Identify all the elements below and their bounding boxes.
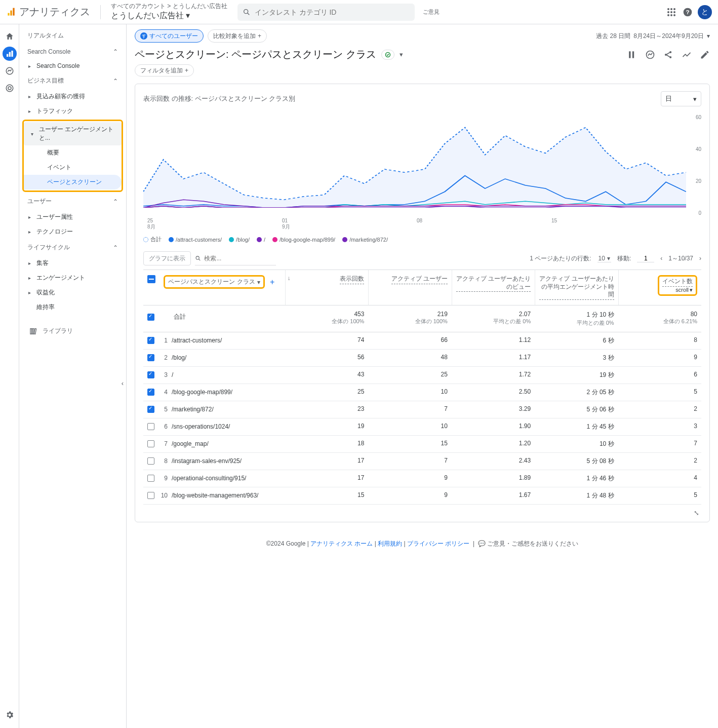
sidebar-item-acquisition[interactable]: ▸集客 <box>21 256 124 271</box>
chevron-down-icon[interactable]: ▾ <box>400 51 403 58</box>
col-event-count[interactable]: イベント数 scroll▾ <box>618 270 701 305</box>
granularity-select[interactable]: 日▾ <box>661 91 701 106</box>
edit-icon[interactable] <box>700 50 710 60</box>
legend-item[interactable]: /blog/ <box>229 236 250 243</box>
legend-item[interactable]: 合計 <box>143 236 162 243</box>
totals-checkbox[interactable] <box>147 314 154 321</box>
sidebar-realtime[interactable]: リアルタイム <box>21 27 124 44</box>
row-checkbox[interactable] <box>147 406 154 413</box>
sidebar-item-user-attr[interactable]: ▸ユーザー属性 <box>21 210 124 224</box>
customize-icon[interactable] <box>627 50 637 60</box>
rail-home-icon[interactable] <box>3 29 17 44</box>
date-range-picker[interactable]: 過去 28 日間 8月24日～2024年9月20日 ▾ <box>596 32 710 41</box>
chip-all-users[interactable]: すすべてのユーザー <box>135 29 204 43</box>
row-checkbox[interactable] <box>147 492 154 499</box>
table-search-input[interactable] <box>204 255 276 262</box>
card-footer: ⤡ <box>143 505 701 522</box>
trend-icon[interactable] <box>682 50 692 60</box>
sidebar-item-monetization[interactable]: ▸収益化 <box>21 285 124 300</box>
table-row[interactable]: 7 /google_map/ 18 15 1.20 10 秒 7 <box>143 436 701 453</box>
sidebar-group-search-console[interactable]: Search Console⌃ <box>21 44 124 59</box>
insights-icon[interactable] <box>645 50 655 60</box>
select-all-checkbox[interactable] <box>147 275 155 283</box>
svg-point-8 <box>667 11 669 13</box>
col-views[interactable]: ↓表示回数 <box>285 270 368 305</box>
svg-rect-22 <box>30 328 32 334</box>
table-row[interactable]: 5 /marketing/872/ 23 7 3.29 5 分 06 秒 2 <box>143 401 701 418</box>
add-dimension-button[interactable]: + <box>268 278 277 287</box>
col-active-users[interactable]: アクティブ ユーザー <box>368 270 451 305</box>
table-row[interactable]: 10 /blog-website-management/963/ 15 9 1.… <box>143 487 701 505</box>
sidebar-sub-pages-screens[interactable]: ページとスクリーン <box>24 175 122 189</box>
sidebar-sub-events[interactable]: イベント <box>24 160 122 175</box>
avatar[interactable]: と <box>698 5 712 19</box>
sidebar-sub-overview[interactable]: 概要 <box>24 145 122 160</box>
footer-link-home[interactable]: アナリティクス ホーム <box>310 540 373 547</box>
feedback-link[interactable]: ご意見 <box>423 8 440 16</box>
sidebar-item-leads[interactable]: ▸見込み顧客の獲得 <box>21 89 124 104</box>
rail-reports-icon[interactable] <box>3 47 17 61</box>
plot-button[interactable]: グラフに表示 <box>143 251 191 265</box>
sidebar-item-traffic[interactable]: ▸トラフィック <box>21 104 124 119</box>
report-card: 表示回数 の推移: ページパスとスクリーン クラス別 日▾ 60 40 20 0… <box>135 84 710 522</box>
row-checkbox[interactable] <box>147 337 154 344</box>
apps-icon[interactable] <box>665 6 677 18</box>
legend-item[interactable]: / <box>257 236 265 243</box>
help-icon[interactable]: ? <box>682 6 694 18</box>
row-checkbox[interactable] <box>147 354 154 361</box>
sidebar-library[interactable]: ライブラリ <box>21 323 124 339</box>
table-row[interactable]: 9 /operational-consulting/915/ 17 9 1.89… <box>143 470 701 487</box>
row-checkbox[interactable] <box>147 371 154 378</box>
table-row[interactable]: 1 /attract-customers/ 74 66 1.12 6 秒 8 <box>143 332 701 350</box>
expand-icon[interactable]: ⤡ <box>694 509 699 517</box>
sidebar-item-engagement[interactable]: ▾ユーザー エンゲージメントと... <box>24 122 122 145</box>
rows-per-page-select[interactable]: 10▾ <box>597 255 611 262</box>
status-pill[interactable] <box>381 50 394 60</box>
table-row[interactable]: 8 /instagram-sales-env/925/ 17 7 2.43 5 … <box>143 453 701 470</box>
rail-advertising-icon[interactable] <box>3 81 17 95</box>
chip-add-comparison[interactable]: 比較対象を追加+ <box>208 29 267 43</box>
sidebar-group-user[interactable]: ユーザー⌃ <box>21 193 124 210</box>
table-row[interactable]: 6 /sns-operations/1024/ 19 10 1.90 1 分 4… <box>143 418 701 436</box>
brand-logo[interactable]: アナリティクス <box>6 5 90 19</box>
dimension-picker[interactable]: ページパスとスクリーン クラス▾ <box>168 278 260 286</box>
page-next-icon[interactable]: › <box>699 255 701 262</box>
account-picker[interactable]: すべてのアカウント > とうしんだい広告社 とうしんだい広告社▾ <box>111 3 227 21</box>
sidebar-item-search-console[interactable]: ▸Search Console <box>21 59 124 72</box>
table-search[interactable] <box>195 251 276 265</box>
search-bar[interactable] <box>237 4 415 21</box>
sidebar-group-lifecycle[interactable]: ライフサイクル⌃ <box>21 239 124 256</box>
legend-item[interactable]: /blog-google-map/899/ <box>272 236 335 243</box>
sidebar-item-tech[interactable]: ▸テクノロジー <box>21 224 124 239</box>
row-checkbox[interactable] <box>147 423 154 430</box>
sidebar-collapse-icon[interactable]: ‹ <box>118 376 127 391</box>
footer-link-privacy[interactable]: プライバシー ポリシー <box>407 540 469 547</box>
page-prev-icon[interactable]: ‹ <box>660 255 662 262</box>
row-checkbox[interactable] <box>147 475 154 482</box>
chart-title: 表示回数 の推移: ページパスとスクリーン クラス別 <box>143 94 295 103</box>
share-icon[interactable] <box>663 50 673 60</box>
add-filter-chip[interactable]: フィルタを追加+ <box>135 64 194 76</box>
row-checkbox[interactable] <box>147 457 154 465</box>
footer-feedback[interactable]: ご意見・ご感想をお送りください <box>487 540 578 547</box>
goto-input[interactable] <box>637 255 654 262</box>
rail-admin-icon[interactable] <box>3 708 17 722</box>
row-checkbox[interactable] <box>147 389 154 396</box>
table-row[interactable]: 2 /blog/ 56 48 1.17 3 秒 9 <box>143 350 701 367</box>
col-avg-engagement[interactable]: アクティブ ユーザーあたりの平均エンゲージメント時間 <box>535 270 618 305</box>
line-chart[interactable] <box>143 111 686 208</box>
table-row[interactable]: 4 /blog-google-map/899/ 25 10 2.50 2 分 0… <box>143 384 701 401</box>
row-checkbox[interactable] <box>147 440 154 447</box>
col-views-per-user[interactable]: アクティブ ユーザーあたりのビュー <box>452 270 535 305</box>
legend-item[interactable]: /marketing/872/ <box>342 236 388 243</box>
table-row[interactable]: 3 / 43 25 1.72 19 秒 6 <box>143 367 701 384</box>
footer-link-terms[interactable]: 利用規約 <box>378 540 402 547</box>
sidebar-group-business[interactable]: ビジネス目標⌃ <box>21 72 124 89</box>
event-picker[interactable]: scroll▾ <box>675 287 693 293</box>
search-input[interactable] <box>255 8 410 16</box>
check-icon <box>385 52 391 58</box>
sidebar-item-retention[interactable]: 維持率 <box>21 300 124 315</box>
rail-explore-icon[interactable] <box>3 64 17 78</box>
sidebar-item-engagement-lc[interactable]: ▸エンゲージメント <box>21 271 124 285</box>
legend-item[interactable]: /attract-customers/ <box>169 236 222 243</box>
